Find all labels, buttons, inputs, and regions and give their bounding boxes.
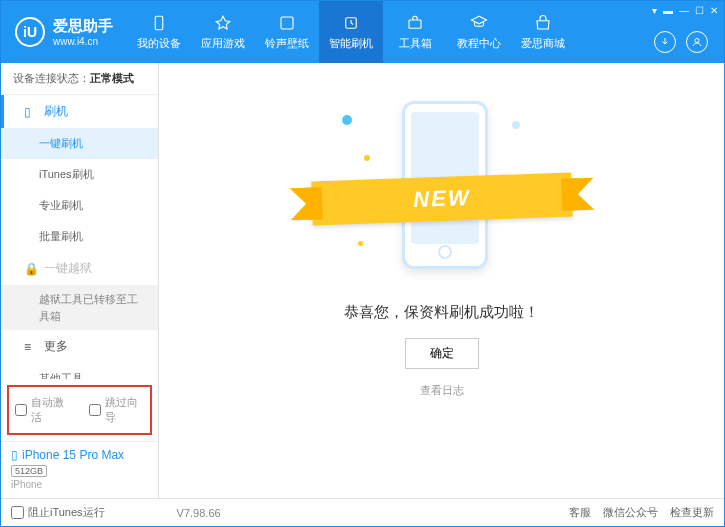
menu-icon[interactable]: ▾	[652, 5, 657, 16]
window-controls: ▾ ▬ — ☐ ✕	[652, 5, 718, 16]
flash-icon	[342, 14, 360, 32]
sidebar-group-jailbreak[interactable]: 🔒一键越狱	[1, 252, 158, 285]
phone-small-icon: ▯	[11, 448, 18, 462]
svg-point-4	[695, 39, 699, 43]
nav-smart-flash[interactable]: 智能刷机	[319, 1, 383, 63]
main-content: NEW 恭喜您，保资料刷机成功啦！ 确定 查看日志	[159, 63, 724, 498]
top-nav: 我的设备 应用游戏 铃声壁纸 智能刷机 工具箱 教程中心 爱思商城	[127, 1, 575, 63]
user-button[interactable]	[686, 31, 708, 53]
store-icon	[534, 14, 552, 32]
checkbox-skip-guide[interactable]: 跳过向导	[89, 395, 145, 425]
svg-rect-1	[281, 17, 293, 29]
maximize-icon[interactable]: ☐	[695, 5, 704, 16]
checkbox-auto-activate[interactable]: 自动激活	[15, 395, 71, 425]
device-type: iPhone	[11, 479, 148, 490]
nav-tutorials[interactable]: 教程中心	[447, 1, 511, 63]
svg-rect-0	[155, 16, 163, 30]
device-name[interactable]: ▯iPhone 15 Pro Max	[11, 448, 148, 462]
success-message: 恭喜您，保资料刷机成功啦！	[344, 303, 539, 322]
download-button[interactable]	[654, 31, 676, 53]
app-url: www.i4.cn	[53, 36, 113, 47]
connection-status: 设备连接状态：正常模式	[1, 63, 158, 95]
sidebar-group-more[interactable]: ≡更多	[1, 330, 158, 363]
nav-ringtones[interactable]: 铃声壁纸	[255, 1, 319, 63]
version-label: V7.98.66	[177, 507, 221, 519]
sidebar-item-other-tools[interactable]: 其他工具	[1, 363, 158, 379]
tshirt-icon[interactable]: ▬	[663, 5, 673, 16]
phone-icon	[150, 14, 168, 32]
tutorial-icon	[470, 14, 488, 32]
device-storage-badge: 512GB	[11, 465, 47, 477]
sidebar: 设备连接状态：正常模式 ▯刷机 一键刷机 iTunes刷机 专业刷机 批量刷机 …	[1, 63, 159, 498]
device-icon: ▯	[24, 105, 36, 119]
svg-rect-3	[409, 20, 421, 28]
nav-toolbox[interactable]: 工具箱	[383, 1, 447, 63]
footer-bar: 阻止iTunes运行 V7.98.66 客服 微信公众号 检查更新	[1, 498, 724, 526]
app-header: iU 爱思助手 www.i4.cn 我的设备 应用游戏 铃声壁纸 智能刷机 工具…	[1, 1, 724, 63]
sidebar-item-oneclick-flash[interactable]: 一键刷机	[1, 128, 158, 159]
minimize-icon[interactable]: —	[679, 5, 689, 16]
sidebar-item-itunes-flash[interactable]: iTunes刷机	[1, 159, 158, 190]
sidebar-item-jailbreak-note: 越狱工具已转移至工具箱	[1, 285, 158, 330]
lock-icon: 🔒	[24, 262, 36, 276]
more-icon: ≡	[24, 340, 36, 354]
media-icon	[278, 14, 296, 32]
sidebar-item-batch-flash[interactable]: 批量刷机	[1, 221, 158, 252]
device-info: ▯iPhone 15 Pro Max 512GB iPhone	[1, 441, 158, 498]
footer-link-support[interactable]: 客服	[569, 505, 591, 520]
new-banner: NEW	[311, 172, 572, 225]
sidebar-group-flash[interactable]: ▯刷机	[1, 95, 158, 128]
success-illustration: NEW	[312, 91, 572, 281]
brand-block: iU 爱思助手 www.i4.cn	[1, 1, 127, 63]
nav-apps-games[interactable]: 应用游戏	[191, 1, 255, 63]
sidebar-item-pro-flash[interactable]: 专业刷机	[1, 190, 158, 221]
checkbox-block-itunes[interactable]: 阻止iTunes运行	[11, 505, 105, 520]
footer-link-wechat[interactable]: 微信公众号	[603, 505, 658, 520]
toolbox-icon	[406, 14, 424, 32]
apps-icon	[214, 14, 232, 32]
nav-store[interactable]: 爱思商城	[511, 1, 575, 63]
nav-my-device[interactable]: 我的设备	[127, 1, 191, 63]
close-icon[interactable]: ✕	[710, 5, 718, 16]
app-logo-icon: iU	[15, 17, 45, 47]
options-highlight-box: 自动激活 跳过向导	[7, 385, 152, 435]
app-name: 爱思助手	[53, 17, 113, 36]
footer-link-update[interactable]: 检查更新	[670, 505, 714, 520]
ok-button[interactable]: 确定	[405, 338, 479, 369]
view-log-link[interactable]: 查看日志	[420, 383, 464, 398]
